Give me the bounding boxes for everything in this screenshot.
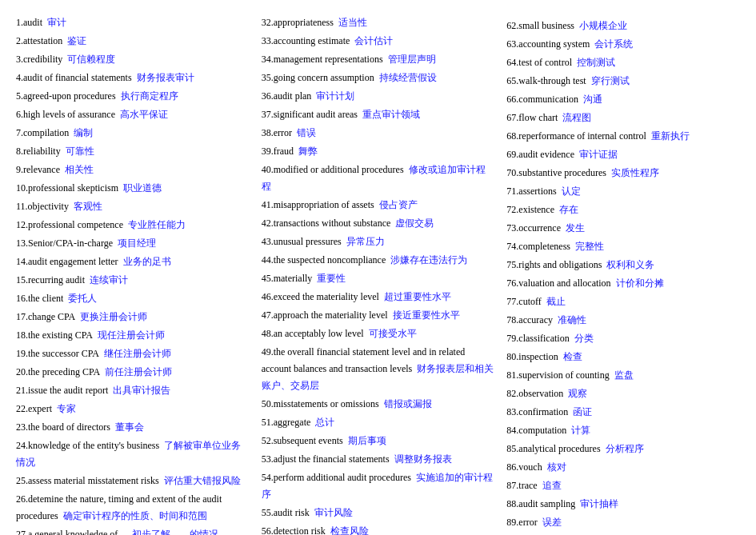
entry-cn: 重要性: [314, 273, 346, 284]
list-item: 15.recurring audit 连续审计: [16, 272, 250, 289]
list-item: 71.assertions 认定: [506, 183, 744, 200]
list-item: 87.trace 追查: [506, 477, 744, 494]
entry-number-en: 67.flow chart: [506, 112, 558, 123]
entry-cn: 财务报表审计: [134, 72, 194, 83]
list-item: 65.walk-through test 穿行测试: [506, 73, 744, 90]
column-3: 62.small business 小规模企业63.accounting sys…: [502, 14, 744, 535]
entry-number-en: 14.audit engagement letter: [16, 256, 118, 267]
entry-cn: 审计证据: [577, 149, 618, 160]
list-item: 11.objectivity 客观性: [16, 198, 250, 215]
list-item: 41.misappropriation of assets 侵占资产: [262, 197, 495, 214]
entry-cn: 审计风险: [312, 507, 353, 518]
entry-number-en: 23.the board of directors: [16, 421, 110, 433]
list-item: 4.audit of financial statements 财务报表审计: [16, 70, 250, 86]
entry-number-en: 86.vouch: [506, 461, 542, 473]
list-item: 14.audit engagement letter 业务的足书: [16, 254, 250, 270]
entry-number-en: 33.accounting estimate: [262, 35, 350, 46]
entry-number-en: 15.recurring audit: [16, 274, 85, 285]
entry-number-en: 42.transactions without substance: [262, 218, 391, 229]
entry-number-en: 36.audit plan: [262, 90, 312, 102]
entry-number-en: 54.perform additional audit procedures: [262, 472, 411, 483]
entry-cn: 鉴证: [65, 35, 86, 46]
entry-cn: 重点审计领域: [360, 109, 420, 120]
entry-number-en: 82.observation: [506, 388, 563, 399]
list-item: 39.fraud 舞弊: [262, 143, 495, 160]
entry-number-en: 10.professional skepticism: [16, 182, 118, 194]
list-item: 19.the successor CPA 继任注册会计师: [16, 345, 250, 362]
entry-number-en: 74.completeness: [506, 241, 570, 252]
entry-number-en: 37.significant audit areas: [262, 109, 358, 120]
entry-cn: 委托人: [66, 293, 97, 304]
list-item: 33.accounting estimate 会计估计: [262, 33, 495, 50]
list-item: 85.analytical procedures 分析程序: [506, 441, 744, 457]
entry-cn: 错报或漏报: [382, 398, 432, 409]
list-item: 67.flow chart 流程图: [506, 110, 744, 126]
entry-number-en: 48.an acceptably low level: [262, 328, 364, 339]
list-item: 78.accuracy 准确性: [506, 312, 744, 329]
list-item: 66.communication 沟通: [506, 91, 744, 108]
entry-number-en: 71.assertions: [506, 186, 556, 197]
entry-cn: 权利和义务: [604, 259, 654, 270]
entry-number-en: 72.existence: [506, 204, 554, 215]
entry-cn: 准确性: [555, 314, 586, 325]
entry-number-en: 4.audit of financial statements: [16, 72, 132, 83]
entry-cn: 会计系统: [592, 38, 633, 50]
entry-number-en: 83.confirmation: [506, 406, 568, 417]
entry-number-en: 79.classification: [506, 333, 569, 344]
list-item: 43.unusual pressures 异常压力: [262, 234, 495, 250]
list-item: 40.modified or additional procedures 修改或…: [262, 162, 495, 195]
entry-cn: 沟通: [581, 94, 602, 105]
entry-number-en: 19.the successor CPA: [16, 348, 99, 359]
list-item: 45.materially 重要性: [262, 270, 495, 287]
list-item: 84.computation 计算: [506, 422, 744, 439]
entry-number-en: 64.test of control: [506, 57, 572, 68]
entry-cn: 认定: [559, 186, 581, 197]
entry-cn: 可信赖程度: [65, 54, 115, 65]
list-item: 10.professional skepticism 职业道德: [16, 180, 250, 197]
entry-cn: 异常压力: [344, 236, 385, 247]
list-item: 35.going concern assumption 持续经营假设: [262, 70, 495, 86]
entry-number-en: 55.audit risk: [262, 507, 310, 518]
list-item: 86.vouch 核对: [506, 459, 744, 476]
list-item: 82.observation 观察: [506, 385, 744, 402]
list-item: 83.confirmation 函证: [506, 404, 744, 421]
entry-cn: 观察: [566, 388, 587, 399]
list-item: 34.management representations 管理层声明: [262, 51, 495, 68]
list-item: 46.exceed the materiality level 超过重要性水平: [262, 289, 495, 305]
entry-number-en: 2.attestation: [16, 35, 62, 46]
entry-cn: 追查: [540, 480, 562, 491]
entry-number-en: 11.objectivity: [16, 201, 69, 212]
entry-number-en: 75.rights and obligations: [506, 259, 602, 270]
list-item: 13.Senior/CPA-in-charge 项目经理: [16, 235, 250, 252]
entry-number-en: 76.valuation and allocation: [506, 277, 610, 289]
entry-number-en: 69.audit evidence: [506, 149, 574, 160]
list-item: 81.supervision of counting 监盘: [506, 367, 744, 384]
entry-cn: 侵占资产: [377, 199, 418, 210]
entry-number-en: 73.occurrence: [506, 222, 561, 234]
entry-cn: 专家: [54, 403, 76, 414]
entry-cn: 出具审计报告: [110, 385, 170, 396]
entry-cn: 项目经理: [115, 238, 156, 249]
entry-cn: 继任注册会计师: [102, 348, 171, 359]
list-item: 55.audit risk 审计风险: [262, 505, 495, 521]
list-item: 3.credibility 可信赖程度: [16, 51, 250, 68]
list-item: 48.an acceptably low level 可接受水平: [262, 325, 495, 342]
entry-number-en: 6.high levels of assurance: [16, 109, 115, 120]
entry-number-en: 41.misappropriation of assets: [262, 199, 374, 210]
entry-number-en: 87.trace: [506, 480, 537, 491]
entry-number-en: 44.the suspected noncompliance: [262, 254, 386, 266]
entry-number-en: 62.small business: [506, 20, 574, 31]
list-item: 49.the overall financial statement level…: [262, 344, 495, 394]
list-item: 50.misstatements or omissions 错报或漏报: [262, 396, 495, 413]
list-item: 51.aggregate 总计: [262, 414, 495, 431]
entry-number-en: 12.professional competence: [16, 219, 123, 230]
entry-cn: 调整财务报表: [392, 453, 452, 465]
list-item: 24.knowledge of the entity's business 了解…: [16, 437, 250, 471]
list-item: 42.transactions without substance 虚假交易: [262, 215, 495, 232]
entry-cn: 持续经营假设: [377, 72, 437, 83]
entry-cn: 误差: [540, 517, 562, 528]
entry-cn: 检查风险: [328, 525, 369, 535]
entry-cn: 高水平保证: [118, 109, 168, 120]
list-item: 17.change CPA 更换注册会计师: [16, 309, 250, 325]
entry-cn: 流程图: [560, 112, 591, 123]
